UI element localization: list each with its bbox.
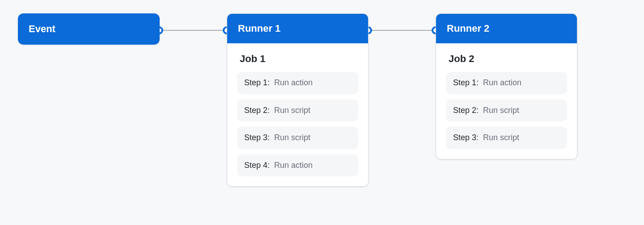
runner-node-1: Runner 1 Job 1 Step 1: Run action Step 2… [227, 13, 369, 187]
workflow-diagram: Event Runner 1 Job 1 Step 1: Run action … [0, 0, 644, 225]
step-label: Step 1: [244, 78, 270, 88]
job-1-title: Job 1 [240, 53, 358, 65]
step-desc: Run action [274, 161, 313, 171]
job-1-step: Step 4: Run action [237, 154, 358, 177]
step-desc: Run action [274, 78, 313, 88]
runner-1-title: Runner 1 [227, 14, 368, 43]
step-label: Step 3: [244, 133, 270, 143]
connector-runner1-to-runner2 [368, 30, 436, 31]
step-desc: Run script [274, 133, 310, 143]
runner-1-body: Job 1 Step 1: Run action Step 2: Run scr… [227, 43, 368, 186]
job-1-step: Step 3: Run script [237, 127, 358, 149]
job-1-step: Step 2: Run script [237, 100, 358, 122]
step-label: Step 4: [244, 161, 270, 171]
event-node: Event [18, 13, 160, 45]
job-2-step: Step 2: Run script [446, 100, 567, 122]
connector-event-to-runner1 [159, 30, 227, 31]
runner-2-title: Runner 2 [436, 14, 577, 43]
job-2-step: Step 3: Run script [446, 127, 567, 149]
step-desc: Run action [483, 78, 521, 88]
job-2-title: Job 2 [449, 53, 567, 65]
step-label: Step 2: [453, 106, 479, 116]
runner-node-2: Runner 2 Job 2 Step 1: Run action Step 2… [436, 13, 577, 159]
step-desc: Run script [274, 106, 310, 116]
job-1-step: Step 1: Run action [237, 72, 358, 94]
runner-2-body: Job 2 Step 1: Run action Step 2: Run scr… [436, 43, 577, 159]
event-title: Event [18, 13, 160, 45]
step-desc: Run script [483, 133, 519, 143]
step-label: Step 2: [244, 106, 270, 116]
step-label: Step 3: [453, 133, 479, 143]
job-2-step: Step 1: Run action [446, 72, 567, 94]
step-label: Step 1: [453, 78, 479, 88]
step-desc: Run script [483, 106, 519, 116]
